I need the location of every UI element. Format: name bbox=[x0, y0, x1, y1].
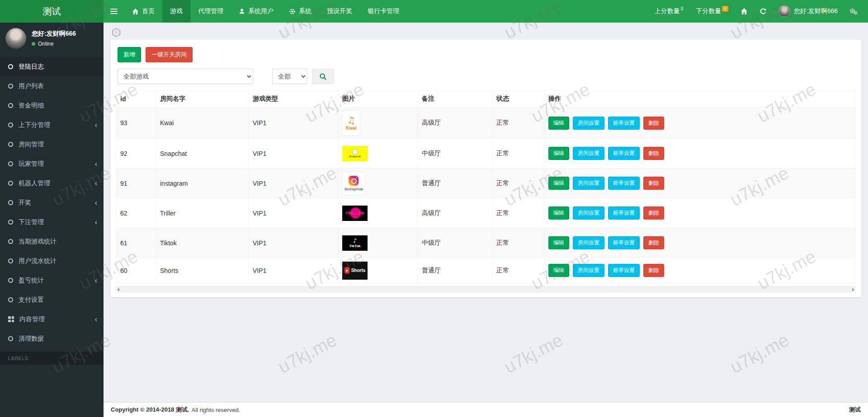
brand-title[interactable]: 测试 bbox=[0, 0, 104, 23]
sidebar-item-player-manage[interactable]: 玩家管理 ‹ bbox=[0, 154, 104, 173]
sidebar-toggle-button[interactable] bbox=[104, 0, 124, 23]
nav-item-agent-manage[interactable]: 代理管理 bbox=[190, 0, 231, 23]
sidebar-item-score-manage[interactable]: 上下分管理 ‹ bbox=[0, 115, 104, 135]
edit-button[interactable]: 编辑 bbox=[548, 177, 569, 190]
gear-icon bbox=[289, 8, 296, 15]
sidebar-item-content-manage[interactable]: 内容管理 ‹ bbox=[0, 309, 104, 329]
cell-status: 正常 bbox=[492, 108, 544, 139]
sidebar-user-status[interactable]: Online bbox=[32, 41, 76, 47]
edit-button[interactable]: 编辑 bbox=[548, 264, 569, 277]
nav-item-bankcard-manage[interactable]: 银行卡管理 bbox=[360, 0, 407, 23]
sidebar: 您好:发财啊666 Online 登陆日志 用户列表 资金明细 上下分管理 ‹ … bbox=[0, 23, 104, 417]
cell-id: 93 bbox=[116, 108, 156, 139]
col-header-actions: 操作 bbox=[544, 91, 856, 108]
room-settings-button[interactable]: 房间设置 bbox=[573, 264, 604, 277]
odds-settings-button[interactable]: 赔率设置 bbox=[608, 206, 640, 220]
rooms-table: id 房间名字 游戏类型 图片 备注 状态 操作 93 Kwai VIP1 ♫K… bbox=[116, 90, 856, 283]
refresh-button[interactable] bbox=[754, 0, 773, 23]
odds-settings-button[interactable]: 赔率设置 bbox=[608, 147, 640, 160]
sidebar-item-room-manage[interactable]: 房间管理 bbox=[0, 135, 104, 154]
chevron-left-icon: ‹ bbox=[95, 199, 97, 206]
hexagon-icon bbox=[111, 28, 121, 39]
triller-logo: TRILLER bbox=[342, 206, 368, 221]
edit-button[interactable]: 编辑 bbox=[548, 147, 569, 160]
col-header-id: id bbox=[116, 91, 156, 108]
scope-filter-select[interactable]: 全部 bbox=[272, 69, 307, 84]
nav-item-games[interactable]: 游戏 bbox=[162, 0, 190, 23]
score-up-badge: 0 bbox=[681, 6, 684, 11]
add-button[interactable]: 新增 bbox=[118, 47, 141, 62]
sidebar-item-payment-settings[interactable]: 支付设置 bbox=[0, 290, 104, 309]
camera-icon bbox=[349, 176, 359, 186]
nav-item-system[interactable]: 系统 bbox=[281, 0, 319, 23]
circle-icon bbox=[8, 278, 13, 283]
sidebar-item-lottery[interactable]: 开奖 ‹ bbox=[0, 193, 104, 212]
sidebar-item-current-game-stats[interactable]: 当期游戏统计 bbox=[0, 232, 104, 251]
room-settings-button[interactable]: 房间设置 bbox=[573, 117, 604, 130]
edit-button[interactable]: 编辑 bbox=[548, 117, 569, 130]
room-settings-button[interactable]: 房间设置 bbox=[573, 147, 604, 160]
table-header-row: id 房间名字 游戏类型 图片 备注 状态 操作 bbox=[116, 91, 856, 108]
delete-button[interactable]: 删除 bbox=[643, 147, 664, 160]
cell-status: 正常 bbox=[492, 198, 544, 228]
sidebar-item-bet-manage[interactable]: 下注管理 ‹ bbox=[0, 212, 104, 232]
delete-button[interactable]: 删除 bbox=[643, 236, 664, 249]
cell-status: 正常 bbox=[492, 139, 544, 169]
sidebar-item-clean-data[interactable]: 清理数据 bbox=[0, 329, 104, 348]
footer-rights: All rights reserved. bbox=[192, 407, 241, 413]
instagram-logo: Instagram bbox=[342, 172, 365, 195]
circle-icon bbox=[8, 161, 13, 166]
toggle-rooms-button[interactable]: 一键开关房间 bbox=[146, 47, 193, 62]
shorts-logo: Shorts bbox=[342, 262, 368, 280]
hamburger-icon bbox=[110, 7, 118, 15]
nav-item-preset-draw[interactable]: 预设开奖 bbox=[319, 0, 360, 23]
chevron-left-icon: ‹ bbox=[95, 160, 97, 168]
odds-settings-button[interactable]: 赔率设置 bbox=[608, 117, 640, 130]
sidebar-item-profit-stats[interactable]: 盈亏统计 ‹ bbox=[0, 271, 104, 290]
greeting-text: 您好:发财啊666 bbox=[794, 7, 838, 15]
horizontal-scrollbar[interactable] bbox=[116, 286, 856, 293]
play-icon bbox=[344, 267, 349, 274]
kwai-logo: ♫Kwai bbox=[342, 110, 360, 136]
control-settings-button[interactable] bbox=[844, 0, 863, 23]
delete-button[interactable]: 删除 bbox=[643, 264, 664, 277]
edit-button[interactable]: 编辑 bbox=[548, 236, 569, 249]
score-down-link[interactable]: 下分数量0 bbox=[689, 0, 735, 23]
tiktok-logo: ♪TikTok bbox=[342, 235, 368, 251]
top-navbar: 测试 首页 游戏 代理管理 系统用户 系统 预设开奖 银行卡管理 bbox=[0, 0, 868, 23]
circle-icon bbox=[8, 84, 13, 89]
scroll-right-arrow[interactable] bbox=[852, 288, 854, 291]
sidebar-item-robot-manage[interactable]: 机器人管理 ‹ bbox=[0, 173, 104, 193]
room-settings-button[interactable]: 房间设置 bbox=[573, 177, 604, 190]
scroll-left-arrow[interactable] bbox=[117, 288, 119, 291]
nav-item-home[interactable]: 首页 bbox=[124, 0, 162, 23]
edit-button[interactable]: 编辑 bbox=[548, 206, 569, 220]
odds-settings-button[interactable]: 赔率设置 bbox=[608, 264, 640, 277]
cell-game-type: VIP1 bbox=[249, 169, 338, 198]
score-up-link[interactable]: 上分数量0 bbox=[648, 0, 690, 23]
chevron-left-icon: ‹ bbox=[95, 219, 97, 226]
user-menu[interactable]: 您好:发财啊666 bbox=[773, 0, 844, 23]
cell-room-name: Shorts bbox=[156, 258, 249, 283]
delete-button[interactable]: 删除 bbox=[643, 117, 664, 130]
sidebar-item-funds-detail[interactable]: 资金明细 bbox=[0, 96, 104, 115]
chevron-left-icon: ‹ bbox=[95, 122, 97, 129]
odds-settings-button[interactable]: 赔率设置 bbox=[608, 236, 640, 249]
odds-settings-button[interactable]: 赔率设置 bbox=[608, 177, 640, 190]
game-filter-select[interactable]: 全部游戏 bbox=[118, 69, 253, 84]
cell-id: 92 bbox=[116, 139, 156, 169]
delete-button[interactable]: 删除 bbox=[643, 206, 664, 220]
sidebar-item-user-flow-stats[interactable]: 用户流水统计 bbox=[0, 251, 104, 271]
room-settings-button[interactable]: 房间设置 bbox=[573, 236, 604, 249]
cell-remark: 中级厅 bbox=[418, 228, 492, 258]
delete-button[interactable]: 删除 bbox=[643, 177, 664, 190]
room-settings-button[interactable]: 房间设置 bbox=[573, 206, 604, 220]
cell-remark: 高级厅 bbox=[418, 198, 492, 228]
snapchat-logo: Snapchat bbox=[342, 146, 368, 161]
nav-item-system-users[interactable]: 系统用户 bbox=[231, 0, 281, 23]
home-shortcut-button[interactable] bbox=[735, 0, 754, 23]
sidebar-item-login-log[interactable]: 登陆日志 bbox=[0, 57, 104, 76]
circle-icon bbox=[8, 181, 13, 186]
sidebar-item-user-list[interactable]: 用户列表 bbox=[0, 76, 104, 96]
search-button[interactable] bbox=[312, 69, 334, 84]
